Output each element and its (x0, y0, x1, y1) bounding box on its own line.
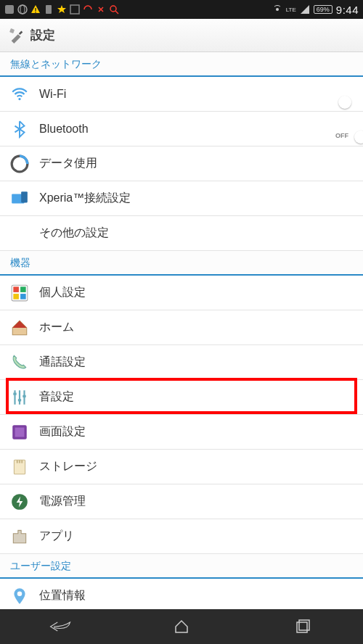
star-icon (57, 4, 67, 15)
home-label: ホーム (39, 320, 353, 335)
navigation-bar (0, 609, 363, 644)
svg-rect-36 (299, 620, 309, 630)
svg-point-2 (20, 5, 25, 14)
item-location[interactable]: 位置情報 (0, 579, 363, 609)
sync-icon (83, 4, 93, 15)
more-settings-label: その他の設定 (39, 226, 353, 241)
settings-icon (9, 28, 25, 44)
link-icon (96, 4, 106, 15)
section-header-user: ユーザー設定 (0, 554, 363, 579)
svg-rect-10 (9, 28, 15, 33)
item-sound-settings[interactable]: 音設定 (0, 380, 363, 415)
svg-rect-6 (70, 5, 79, 14)
location-icon (10, 587, 29, 606)
svg-point-1 (18, 5, 27, 14)
svg-point-7 (110, 6, 116, 12)
svg-rect-35 (297, 622, 307, 632)
apps-icon (10, 527, 29, 546)
data-usage-label: データ使用 (39, 156, 353, 171)
svg-point-11 (18, 97, 20, 99)
nfc-icon (4, 4, 15, 15)
battery-level: 69% (314, 5, 333, 14)
item-display-settings[interactable]: 画面設定 (0, 415, 363, 450)
sound-settings-label: 音設定 (39, 389, 353, 405)
item-power-management[interactable]: 電源管理 (0, 484, 363, 519)
signal-icon (300, 4, 310, 15)
svg-rect-25 (23, 395, 25, 397)
power-label: 電源管理 (39, 494, 353, 509)
svg-rect-3 (35, 8, 36, 11)
section-header-wireless: 無線とネットワーク (0, 52, 363, 77)
sd-icon (44, 4, 54, 15)
signal-bt-icon (272, 4, 282, 15)
svg-line-8 (115, 11, 118, 14)
display-settings-label: 画面設定 (39, 424, 353, 439)
item-storage[interactable]: ストレージ (0, 450, 363, 484)
svg-rect-29 (17, 460, 18, 463)
wifi-icon (10, 85, 29, 104)
svg-rect-5 (46, 5, 52, 14)
svg-rect-18 (13, 294, 19, 300)
storage-label: ストレージ (39, 459, 353, 474)
location-label: 位置情報 (39, 588, 353, 603)
item-call-settings[interactable]: 通話設定 (0, 345, 363, 380)
warning-icon (30, 4, 41, 15)
sound-icon (10, 388, 29, 407)
item-bluetooth[interactable]: Bluetooth OFF (0, 112, 363, 146)
svg-point-9 (276, 8, 279, 11)
storage-icon (10, 458, 29, 476)
svg-rect-24 (18, 399, 21, 401)
svg-rect-4 (35, 12, 36, 12)
item-more-settings[interactable]: その他の設定 (0, 216, 363, 251)
item-home[interactable]: ホーム (0, 310, 363, 345)
call-settings-label: 通話設定 (39, 355, 353, 370)
settings-list: 無線とネットワーク Wi-Fi ON Bluetooth OFF データ使用 X… (0, 52, 363, 609)
xperia-label: Xperia™接続設定 (39, 191, 353, 206)
status-bar: LTE 69% 9:44 (0, 0, 363, 19)
personalization-label: 個人設定 (39, 285, 353, 300)
svg-rect-23 (13, 392, 16, 395)
section-header-device: 機器 (0, 251, 363, 276)
svg-rect-19 (20, 294, 26, 300)
xperia-icon (10, 189, 29, 208)
svg-rect-0 (5, 5, 14, 14)
power-icon (10, 492, 29, 511)
bluetooth-icon (10, 120, 29, 139)
search-icon (109, 4, 119, 15)
wifi-label: Wi-Fi (39, 88, 343, 101)
item-wifi[interactable]: Wi-Fi ON (0, 77, 363, 112)
svg-rect-16 (13, 286, 19, 292)
item-apps[interactable]: アプリ (0, 519, 363, 554)
clock: 9:44 (336, 4, 359, 16)
display-icon (10, 423, 29, 442)
page-title: 設定 (30, 27, 55, 44)
recent-button[interactable] (281, 612, 325, 641)
item-personalization[interactable]: 個人設定 (0, 276, 363, 310)
apps-label: アプリ (39, 529, 353, 544)
rect-icon (70, 4, 80, 15)
data-usage-icon (10, 154, 29, 173)
svg-rect-14 (21, 191, 28, 202)
bluetooth-label: Bluetooth (39, 123, 343, 136)
svg-rect-17 (20, 286, 26, 292)
title-bar: 設定 (0, 19, 363, 52)
personalization-icon (10, 284, 29, 302)
svg-rect-27 (15, 427, 25, 437)
svg-point-33 (17, 591, 23, 596)
phone-icon (10, 353, 29, 372)
svg-rect-31 (21, 460, 23, 463)
blank-icon (10, 224, 29, 243)
back-button[interactable] (38, 612, 82, 641)
browser-icon (17, 4, 28, 15)
status-right: LTE 69% 9:44 (272, 4, 359, 16)
status-left (4, 4, 119, 15)
svg-rect-30 (19, 460, 20, 463)
home-icon (10, 318, 29, 337)
home-button[interactable] (160, 612, 203, 641)
item-xperia-connect[interactable]: Xperia™接続設定 (0, 181, 363, 216)
network-label: LTE (286, 7, 296, 13)
item-data-usage[interactable]: データ使用 (0, 146, 363, 181)
